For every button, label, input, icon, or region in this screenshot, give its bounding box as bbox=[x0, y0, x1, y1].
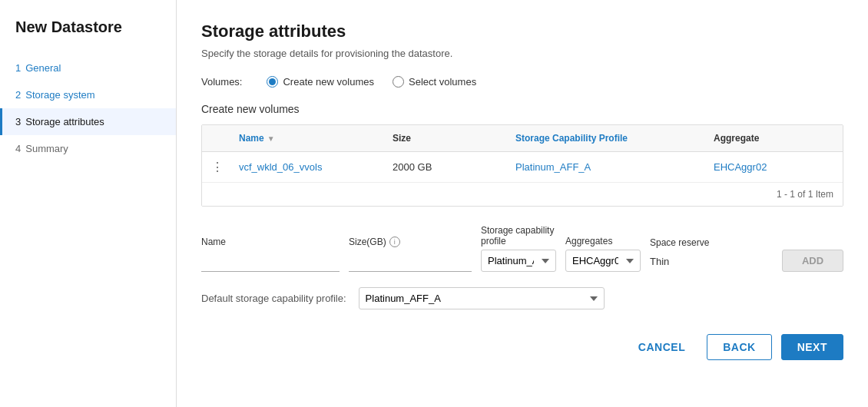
form-group-aggregates: Aggregates EHCAggr02 - (25407.15 G bbox=[565, 236, 641, 272]
space-reserve-value: Thin bbox=[650, 251, 773, 272]
sidebar-item-summary: 4 Summary bbox=[0, 135, 176, 162]
default-profile-label: Default storage capability profile: bbox=[201, 293, 346, 304]
table-header: Name ▼ Size Storage Capability Profile A… bbox=[202, 125, 843, 152]
cancel-button[interactable]: CANCEL bbox=[626, 334, 697, 360]
step-num-2: 2 bbox=[15, 89, 21, 101]
th-drag bbox=[202, 125, 230, 151]
sidebar-item-storage-attributes[interactable]: 3 Storage attributes bbox=[0, 108, 176, 135]
th-size: Size bbox=[383, 125, 506, 151]
td-profile[interactable]: Platinum_AFF_A bbox=[506, 152, 704, 182]
page-subtitle: Specify the storage details for provisio… bbox=[201, 48, 843, 59]
info-icon[interactable]: i bbox=[389, 237, 400, 247]
default-profile-row: Default storage capability profile: Plat… bbox=[201, 287, 843, 309]
size-input[interactable] bbox=[349, 250, 472, 272]
sidebar-item-label-storage-system: Storage system bbox=[25, 89, 94, 101]
table-row: ⋮ vcf_wkld_06_vvols 2000 GB Platinum_AFF… bbox=[202, 152, 843, 183]
form-label-name: Name bbox=[201, 237, 340, 247]
sidebar-item-general[interactable]: 1 General bbox=[0, 55, 176, 81]
table-pagination: 1 - 1 of 1 Item bbox=[202, 183, 843, 206]
sidebar-item-label-summary: Summary bbox=[25, 143, 68, 154]
page-title: Storage attributes bbox=[201, 22, 843, 41]
form-label-profile: Storage capability profile bbox=[481, 225, 556, 247]
sidebar: New Datastore 1 General 2 Storage system… bbox=[0, 0, 177, 407]
form-group-add: ADD bbox=[782, 250, 843, 272]
section-label: Create new volumes bbox=[201, 103, 843, 115]
profile-select[interactable]: Platinum_AFF_A bbox=[481, 250, 556, 272]
sidebar-item-storage-system[interactable]: 2 Storage system bbox=[0, 81, 176, 108]
th-aggregate: Aggregate bbox=[704, 125, 843, 151]
sidebar-item-label-storage-attributes: Storage attributes bbox=[25, 116, 104, 127]
form-group-size: Size(GB) i bbox=[349, 237, 472, 272]
radio-create-volumes[interactable]: Create new volumes bbox=[267, 76, 374, 88]
td-size: 2000 GB bbox=[383, 152, 506, 182]
add-button[interactable]: ADD bbox=[782, 250, 843, 272]
sidebar-title: New Datastore bbox=[0, 18, 176, 55]
form-group-name: Name bbox=[201, 237, 340, 272]
radio-create-volumes-input[interactable] bbox=[267, 76, 278, 88]
footer: CANCEL BACK NEXT bbox=[201, 328, 843, 360]
aggregates-select[interactable]: EHCAggr02 - (25407.15 G bbox=[565, 250, 641, 272]
volumes-label: Volumes: bbox=[201, 76, 242, 88]
form-label-aggregates: Aggregates bbox=[565, 236, 641, 247]
td-drag: ⋮ bbox=[202, 152, 230, 182]
back-button[interactable]: BACK bbox=[707, 334, 771, 360]
th-profile: Storage Capability Profile bbox=[506, 125, 704, 151]
volumes-table: Name ▼ Size Storage Capability Profile A… bbox=[201, 124, 843, 207]
default-profile-select[interactable]: Platinum_AFF_A bbox=[359, 287, 605, 309]
next-button[interactable]: NEXT bbox=[781, 334, 843, 360]
radio-select-volumes-label: Select volumes bbox=[409, 76, 476, 88]
main-content: Storage attributes Specify the storage d… bbox=[177, 0, 868, 407]
drag-dots-icon: ⋮ bbox=[211, 160, 224, 174]
name-input[interactable] bbox=[201, 250, 340, 272]
step-num-1: 1 bbox=[15, 62, 21, 74]
sort-icon-name: ▼ bbox=[267, 134, 275, 143]
form-label-space-reserve: Space reserve bbox=[650, 237, 773, 248]
step-num-4: 4 bbox=[15, 143, 21, 154]
radio-select-volumes[interactable]: Select volumes bbox=[393, 76, 476, 88]
form-section: Name Size(GB) i Storage capability profi… bbox=[201, 225, 843, 272]
step-num-3: 3 bbox=[15, 116, 21, 127]
form-group-space-reserve: Space reserve Thin bbox=[650, 237, 773, 272]
radio-create-volumes-label: Create new volumes bbox=[283, 76, 374, 88]
th-name: Name ▼ bbox=[230, 125, 383, 151]
td-name[interactable]: vcf_wkld_06_vvols bbox=[230, 152, 383, 182]
sidebar-item-label-general: General bbox=[25, 62, 61, 74]
radio-select-volumes-input[interactable] bbox=[393, 76, 404, 88]
form-label-size: Size(GB) i bbox=[349, 237, 472, 247]
volumes-row: Volumes: Create new volumes Select volum… bbox=[201, 76, 843, 88]
form-group-profile: Storage capability profile Platinum_AFF_… bbox=[481, 225, 556, 272]
td-aggregate[interactable]: EHCAggr02 bbox=[704, 152, 843, 182]
